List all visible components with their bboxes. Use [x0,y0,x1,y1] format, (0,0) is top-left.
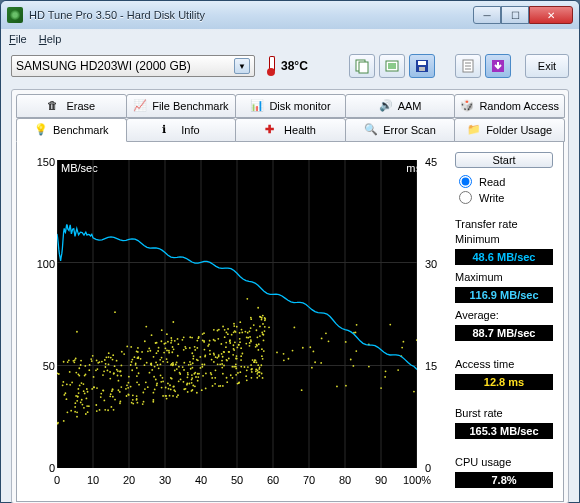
svg-point-38 [201,363,203,365]
svg-point-433 [238,344,240,346]
exit-button[interactable]: Exit [525,54,569,78]
svg-point-400 [191,379,193,381]
svg-point-159 [63,361,65,363]
svg-point-516 [168,388,170,390]
tab-health[interactable]: ✚Health [235,118,346,142]
svg-point-270 [100,393,102,395]
tab-erase[interactable]: 🗑Erase [16,94,127,118]
svg-point-271 [159,359,161,361]
copy-screenshot-button[interactable] [379,54,405,78]
x-tick: 20 [123,474,135,486]
tab-info[interactable]: ℹInfo [126,118,237,142]
svg-point-315 [62,381,64,383]
svg-point-524 [167,341,169,343]
app-window: HD Tune Pro 3.50 - Hard Disk Utility ─ ☐… [0,0,580,503]
svg-point-77 [256,329,258,331]
svg-point-446 [84,392,86,394]
tab-benchmark[interactable]: 💡Benchmark [16,118,127,142]
svg-point-275 [257,349,259,351]
svg-point-373 [81,382,83,384]
tab-random-access[interactable]: 🎲Random Access [454,94,565,118]
svg-point-255 [97,368,99,370]
svg-point-321 [185,347,187,349]
maximize-button[interactable]: ☐ [501,6,529,24]
mode-read-radio[interactable]: Read [455,175,553,188]
svg-point-263 [233,325,235,327]
svg-point-94 [119,402,121,404]
close-button[interactable]: ✕ [529,6,573,24]
svg-point-26 [225,342,227,344]
transfer-rate-label: Transfer rate [455,218,553,230]
tab-disk-monitor[interactable]: 📊Disk monitor [235,94,346,118]
svg-point-459 [233,348,235,350]
svg-point-68 [63,394,65,396]
svg-point-244 [75,395,77,397]
svg-point-100 [149,372,151,374]
svg-point-250 [258,368,260,370]
menu-file[interactable]: File [9,33,27,45]
svg-point-282 [231,334,233,336]
svg-point-307 [222,385,224,387]
svg-point-123 [156,383,158,385]
svg-point-553 [313,351,315,353]
tab-error-scan[interactable]: 🔍Error Scan [345,118,456,142]
svg-point-546 [320,362,322,364]
tab-file-benchmark[interactable]: 📈File Benchmark [126,94,237,118]
svg-point-139 [108,356,110,358]
svg-point-354 [188,383,190,385]
svg-point-386 [246,298,248,300]
svg-point-438 [221,363,223,365]
svg-point-60 [232,377,234,379]
svg-point-473 [108,364,110,366]
svg-point-170 [240,359,242,361]
svg-point-566 [268,326,270,328]
svg-point-204 [96,387,98,389]
svg-point-449 [114,311,116,313]
save-screenshot-button[interactable] [485,54,511,78]
tab-aam[interactable]: 🔊AAM [345,94,456,118]
svg-point-232 [196,392,198,394]
svg-point-330 [261,319,263,321]
start-button[interactable]: Start [455,152,553,168]
svg-point-256 [235,374,237,376]
svg-point-70 [131,361,133,363]
svg-point-451 [109,395,111,397]
svg-point-47 [147,386,149,388]
copy-info-button[interactable] [349,54,375,78]
svg-point-251 [190,368,192,370]
average-value: 88.7 MB/sec [455,325,553,341]
x-tick: 90 [375,474,387,486]
svg-point-102 [77,396,79,398]
svg-point-403 [237,383,239,385]
tab-folder-usage[interactable]: 📁Folder Usage [454,118,565,142]
svg-rect-1 [359,62,368,73]
options-button[interactable] [455,54,481,78]
minimize-button[interactable]: ─ [473,6,501,24]
svg-point-568 [283,353,285,355]
svg-point-468 [95,404,97,406]
svg-point-574 [314,361,316,363]
svg-point-267 [136,395,138,397]
titlebar[interactable]: HD Tune Pro 3.50 - Hard Disk Utility ─ ☐… [1,1,579,29]
mode-write-radio[interactable]: Write [455,191,553,204]
svg-point-540 [321,338,323,340]
svg-point-397 [193,355,195,357]
menu-help[interactable]: Help [39,33,62,45]
x-tick: 40 [195,474,207,486]
folder-icon: 📁 [467,123,481,137]
svg-point-218 [83,390,85,392]
svg-point-427 [196,340,198,342]
svg-point-380 [155,379,157,381]
svg-point-342 [262,358,264,360]
svg-point-32 [221,360,223,362]
svg-point-413 [203,341,205,343]
chevron-down-icon: ▼ [234,58,250,74]
svg-point-150 [249,330,251,332]
svg-point-511 [156,352,158,354]
save-button[interactable] [409,54,435,78]
svg-point-544 [258,375,260,377]
svg-point-284 [171,351,173,353]
svg-point-223 [247,366,249,368]
drive-select[interactable]: SAMSUNG HD203WI (2000 GB) ▼ [11,55,255,77]
svg-point-509 [86,397,88,399]
